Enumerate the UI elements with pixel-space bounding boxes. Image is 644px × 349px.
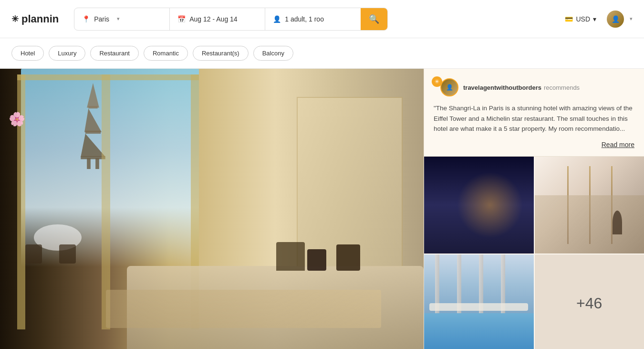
- header-right: 💳 USD ▾ 👤 ▾: [560, 11, 633, 28]
- search-bar: 📍 Paris ▾ 📅 Aug 12 - Aug 14 👤 1 adult, 1…: [74, 8, 388, 31]
- guests-icon: 👤: [273, 15, 281, 23]
- main-image-container[interactable]: 🌸: [0, 69, 424, 349]
- logo[interactable]: ✳ plannin: [11, 13, 59, 25]
- photo-3-bg: [424, 254, 534, 349]
- guests-field[interactable]: 👤 1 adult, 1 roo: [265, 8, 361, 30]
- filter-tag-restaurant-s-[interactable]: Restaurant(s): [193, 46, 249, 61]
- photo-cell-1[interactable]: [424, 157, 534, 254]
- currency-chevron-icon: ▾: [593, 15, 596, 23]
- search-icon: 🔍: [369, 14, 379, 24]
- svg-marker-8: [474, 161, 483, 179]
- location-value: Paris: [94, 15, 109, 23]
- svg-marker-12: [470, 198, 488, 215]
- recommender-avatar: 👤: [440, 78, 458, 96]
- svg-rect-3: [85, 130, 101, 133]
- photo-grid: +46: [424, 157, 644, 349]
- recommendation-card: ✳ 👤 travelagentwithoutborders recommends…: [424, 69, 644, 157]
- svg-rect-6: [87, 158, 91, 169]
- flowers-decoration: 🌸: [9, 111, 25, 127]
- eiffel-night-icon: [467, 161, 491, 223]
- couple-silhouette: [446, 230, 462, 249]
- logo-text: plannin: [21, 13, 59, 25]
- svg-marker-2: [84, 108, 102, 132]
- photo-cell-4[interactable]: +46: [535, 254, 644, 349]
- filter-tag-balcony[interactable]: Balcony: [253, 46, 293, 61]
- dates-field[interactable]: 📅 Aug 12 - Aug 14: [170, 8, 265, 30]
- guests-value: 1 adult, 1 roo: [285, 15, 324, 23]
- filter-bar: HotelLuxuryRestaurantRomanticRestaurant(…: [0, 38, 644, 69]
- photo-cell-3[interactable]: [424, 254, 534, 349]
- recommender-info: travelagentwithoutborders recommends: [463, 84, 580, 91]
- logo-icon: ✳: [11, 14, 19, 24]
- svg-rect-9: [476, 178, 482, 180]
- filter-tag-luxury[interactable]: Luxury: [49, 46, 85, 61]
- photo-cell-2[interactable]: [535, 157, 644, 254]
- header: ✳ plannin 📍 Paris ▾ 📅 Aug 12 - Aug 14 👤 …: [0, 0, 644, 38]
- svg-rect-13: [470, 214, 488, 216]
- avatar-icon: 👤: [612, 15, 620, 23]
- svg-rect-1: [88, 106, 97, 108]
- read-more-link[interactable]: Read more: [434, 141, 634, 148]
- avatar[interactable]: 👤: [607, 11, 624, 28]
- currency-label: USD: [576, 15, 590, 23]
- photo-count-label: +46: [576, 295, 602, 312]
- dates-value: Aug 12 - Aug 14: [189, 15, 237, 23]
- photo-4-bg: +46: [535, 254, 644, 349]
- filter-tag-hotel[interactable]: Hotel: [11, 46, 44, 61]
- location-field[interactable]: 📍 Paris ▾: [74, 8, 170, 30]
- main-content: 🌸 ✳: [0, 69, 644, 349]
- location-chevron-icon: ▾: [117, 16, 120, 22]
- photo-1-bg: [424, 157, 534, 254]
- filter-tag-restaurant[interactable]: Restaurant: [90, 46, 139, 61]
- photo-2-bg: [535, 157, 644, 254]
- profile-chevron-icon: ▾: [630, 16, 633, 22]
- svg-rect-7: [95, 158, 99, 169]
- avatar-person-icon: 👤: [446, 84, 453, 91]
- recommender-name: travelagentwithoutborders: [463, 84, 541, 91]
- calendar-icon: 📅: [177, 15, 186, 23]
- svg-marker-0: [87, 83, 99, 107]
- plannin-badge: ✳: [432, 76, 442, 87]
- currency-icon: 💳: [565, 15, 573, 23]
- chair-left: [25, 244, 42, 264]
- svg-marker-10: [473, 180, 485, 197]
- review-text: "The Shangri-La in Paris is a stunning h…: [434, 103, 634, 134]
- right-panel: ✳ 👤 travelagentwithoutborders recommends…: [424, 69, 644, 349]
- filter-tag-romantic[interactable]: Romantic: [144, 46, 188, 61]
- location-icon: 📍: [82, 15, 90, 23]
- recommender-row: ✳ 👤 travelagentwithoutborders recommends: [434, 78, 634, 96]
- svg-rect-11: [473, 196, 484, 198]
- currency-selector[interactable]: 💳 USD ▾: [560, 12, 601, 26]
- recommends-label: recommends: [544, 84, 580, 91]
- search-button[interactable]: 🔍: [361, 8, 387, 31]
- main-image: 🌸: [0, 69, 424, 349]
- chair-right: [59, 244, 76, 264]
